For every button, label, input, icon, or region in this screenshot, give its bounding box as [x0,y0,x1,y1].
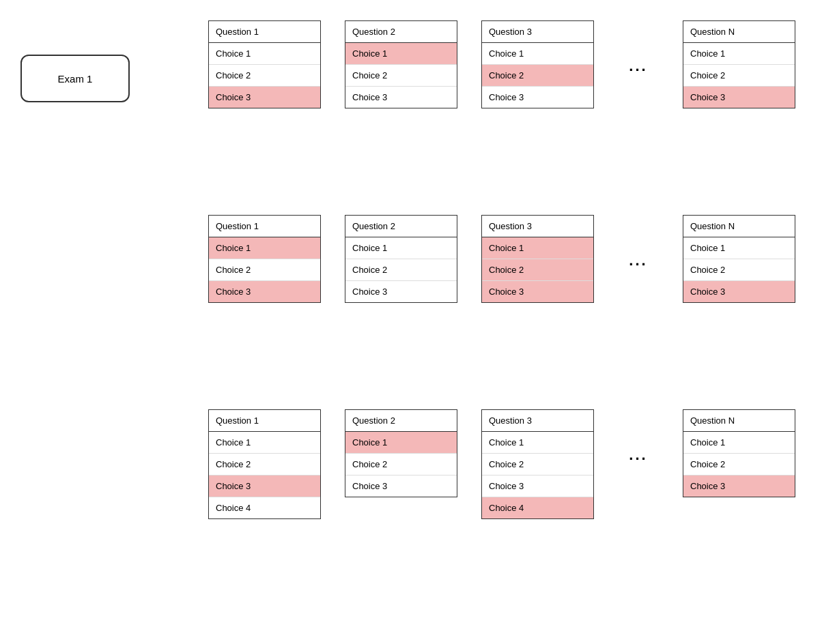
question-card-r3-q4: Question NChoice 1Choice 2Choice 3 [683,409,795,497]
choice-cell-r3-q3-c1: Choice 1 [482,432,593,454]
choice-cell-r3-q1-c1: Choice 1 [209,432,320,454]
cards-group-3: Question 1Choice 1Choice 2Choice 3Choice… [208,409,795,519]
choice-cell-r2-q1-c1: Choice 1 [209,237,320,259]
choice-cell-r1-q2-c1: Choice 1 [345,43,457,65]
choice-cell-r2-q4-c1: Choice 1 [683,237,795,259]
cards-group-1: Question 1Choice 1Choice 2Choice 3Questi… [208,20,795,108]
choice-cell-r2-q1-c2: Choice 2 [209,259,320,281]
question-card-r3-q2: Question 2Choice 1Choice 2Choice 3 [345,409,457,497]
choice-cell-r3-q4-c2: Choice 2 [683,454,795,475]
choice-cell-r1-q4-c3: Choice 3 [683,87,795,108]
choice-cell-r2-q2-c3: Choice 3 [345,281,457,302]
choice-cell-r1-q1-c3: Choice 3 [209,87,320,108]
choice-cell-r1-q1-c2: Choice 2 [209,65,320,87]
row-section-1: Question 1Choice 1Choice 2Choice 3Questi… [208,20,795,108]
ellipsis: ··· [618,215,659,274]
question-card-r1-q3: Question 3Choice 1Choice 2Choice 3 [481,20,594,108]
question-card-r2-q3: Question 3Choice 1Choice 2Choice 3 [481,215,594,303]
choice-cell-r3-q2-c2: Choice 2 [345,454,457,475]
question-header-r2-q4: Question N [683,216,795,237]
choice-cell-r3-q4-c3: Choice 3 [683,475,795,497]
ellipsis: ··· [618,409,659,468]
choice-cell-r3-q3-c2: Choice 2 [482,454,593,475]
choice-cell-r1-q2-c2: Choice 2 [345,65,457,87]
question-header-r3-q1: Question 1 [209,410,320,432]
exam-label: Exam 1 [58,73,93,85]
choice-cell-r3-q1-c4: Choice 4 [209,497,320,518]
choice-cell-r3-q1-c2: Choice 2 [209,454,320,475]
question-header-r1-q3: Question 3 [482,21,593,43]
question-card-r1-q2: Question 2Choice 1Choice 2Choice 3 [345,20,457,108]
question-header-r3-q2: Question 2 [345,410,457,432]
question-header-r2-q3: Question 3 [482,216,593,237]
choice-cell-r3-q2-c3: Choice 3 [345,475,457,497]
choice-cell-r1-q4-c1: Choice 1 [683,43,795,65]
question-card-r2-q4: Question NChoice 1Choice 2Choice 3 [683,215,795,303]
cards-group-2: Question 1Choice 1Choice 2Choice 3Questi… [208,215,795,303]
choice-cell-r2-q1-c3: Choice 3 [209,281,320,302]
question-card-r1-q4: Question NChoice 1Choice 2Choice 3 [683,20,795,108]
choice-cell-r2-q2-c2: Choice 2 [345,259,457,281]
question-header-r1-q2: Question 2 [345,21,457,43]
exam-box: Exam 1 [20,55,130,102]
choice-cell-r3-q3-c3: Choice 3 [482,475,593,497]
choice-cell-r1-q3-c1: Choice 1 [482,43,593,65]
row-section-3: Question 1Choice 1Choice 2Choice 3Choice… [208,409,795,519]
question-header-r1-q1: Question 1 [209,21,320,43]
choice-cell-r2-q2-c1: Choice 1 [345,237,457,259]
choice-cell-r2-q3-c3: Choice 3 [482,281,593,302]
choice-cell-r2-q4-c2: Choice 2 [683,259,795,281]
choice-cell-r2-q4-c3: Choice 3 [683,281,795,302]
question-card-r3-q1: Question 1Choice 1Choice 2Choice 3Choice… [208,409,321,519]
choice-cell-r1-q3-c2: Choice 2 [482,65,593,87]
question-header-r3-q4: Question N [683,410,795,432]
question-card-r1-q1: Question 1Choice 1Choice 2Choice 3 [208,20,321,108]
choice-cell-r2-q3-c2: Choice 2 [482,259,593,281]
choice-cell-r1-q2-c3: Choice 3 [345,87,457,108]
choice-cell-r2-q3-c1: Choice 1 [482,237,593,259]
choice-cell-r3-q1-c3: Choice 3 [209,475,320,497]
choice-cell-r3-q4-c1: Choice 1 [683,432,795,454]
question-header-r3-q3: Question 3 [482,410,593,432]
question-header-r1-q4: Question N [683,21,795,43]
choice-cell-r1-q1-c1: Choice 1 [209,43,320,65]
choice-cell-r3-q3-c4: Choice 4 [482,497,593,518]
choice-cell-r1-q3-c3: Choice 3 [482,87,593,108]
ellipsis: ··· [618,20,659,79]
choice-cell-r3-q2-c1: Choice 1 [345,432,457,454]
question-header-r2-q1: Question 1 [209,216,320,237]
question-card-r2-q2: Question 2Choice 1Choice 2Choice 3 [345,215,457,303]
choice-cell-r1-q4-c2: Choice 2 [683,65,795,87]
question-header-r2-q2: Question 2 [345,216,457,237]
question-card-r3-q3: Question 3Choice 1Choice 2Choice 3Choice… [481,409,594,519]
question-card-r2-q1: Question 1Choice 1Choice 2Choice 3 [208,215,321,303]
page: Exam 1 Question 1Choice 1Choice 2Choice … [0,0,822,644]
row-section-2: Question 1Choice 1Choice 2Choice 3Questi… [208,215,795,303]
